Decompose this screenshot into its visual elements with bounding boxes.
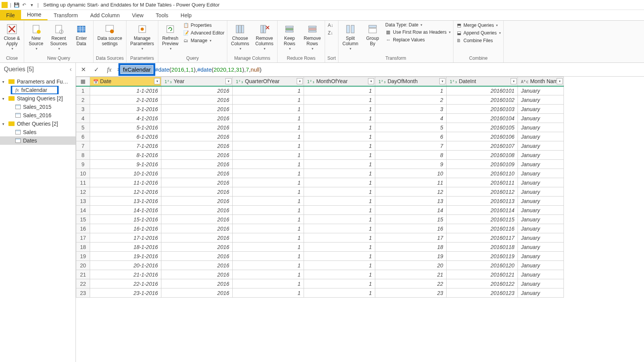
cell-monthofyear[interactable]: 1 [304,270,375,279]
cell-dateint[interactable]: 20160120 [447,261,518,270]
cell-quarterofyear[interactable]: 1 [233,288,304,298]
tab-add-column[interactable]: Add Column [84,10,126,20]
cell-monthofyear[interactable]: 1 [304,215,375,224]
row-number[interactable]: 15 [76,215,90,224]
cell-monthname[interactable]: January [518,197,564,206]
table-row[interactable]: 11-1-2016201611120160101January [76,86,564,95]
undo-icon[interactable]: ↶ [21,2,27,8]
cell-dayofmonth[interactable]: 7 [375,141,447,151]
cell-dateint[interactable]: 20160114 [447,206,518,215]
cell-quarterofyear[interactable]: 1 [233,279,304,288]
cell-monthofyear[interactable]: 1 [304,95,375,105]
cell-year[interactable]: 2016 [161,270,233,279]
cell-monthofyear[interactable]: 1 [304,151,375,160]
cell-quarterofyear[interactable]: 1 [233,252,304,261]
cell-dayofmonth[interactable]: 9 [375,160,447,169]
cell-dayofmonth[interactable]: 22 [375,279,447,288]
cell-monthname[interactable]: January [518,215,564,224]
cell-quarterofyear[interactable]: 1 [233,233,304,242]
cell-quarterofyear[interactable]: 1 [233,114,304,123]
cell-dayofmonth[interactable]: 18 [375,242,447,252]
cell-dayofmonth[interactable]: 8 [375,151,447,160]
cell-dateint[interactable]: 20160102 [447,95,518,105]
cell-dateint[interactable]: 20160109 [447,160,518,169]
cell-dayofmonth[interactable]: 15 [375,215,447,224]
tree-item-fxcalendar[interactable]: fxfxCalendar [0,86,76,94]
cell-dateint[interactable]: 20160111 [447,178,518,187]
cell-monthofyear[interactable]: 1 [304,160,375,169]
cell-monthname[interactable]: January [518,233,564,242]
formula-input[interactable]: = fxCalendar ( #date( 2016, 1, 1), #date… [117,66,261,74]
cell-quarterofyear[interactable]: 1 [233,242,304,252]
cell-dateint[interactable]: 20160119 [447,252,518,261]
first-row-headers-button[interactable]: ▦Use First Row as Headers▾ [385,29,451,35]
sort-desc-button[interactable]: Z↓ [327,30,334,36]
cell-year[interactable]: 2016 [161,215,233,224]
cell-monthname[interactable]: January [518,151,564,160]
cell-year[interactable]: 2016 [161,151,233,160]
cell-dateint[interactable]: 20160107 [447,141,518,151]
table-row[interactable]: 44-1-2016201611420160104January [76,114,564,123]
table-row[interactable]: 1010-1-20162016111020160110January [76,169,564,178]
cell-monthofyear[interactable]: 1 [304,132,375,141]
table-row[interactable]: 66-1-2016201611620160106January [76,132,564,141]
table-row[interactable]: 1313-1-20162016111320160113January [76,197,564,206]
cell-monthofyear[interactable]: 1 [304,123,375,132]
cell-dateint[interactable]: 20160108 [447,151,518,160]
merge-queries-button[interactable]: ⬒Merge Queries▾ [456,22,501,28]
filter-dropdown-icon[interactable]: ▾ [557,78,563,84]
cell-year[interactable]: 2016 [161,114,233,123]
row-number[interactable]: 20 [76,261,90,270]
table-row[interactable]: 1818-1-20162016111820160118January [76,242,564,252]
cell-date[interactable]: 1-1-2016 [90,86,161,95]
cell-date[interactable]: 17-1-2016 [90,233,161,242]
row-number[interactable]: 19 [76,252,90,261]
column-header-year[interactable]: 1²₃Year▾ [161,77,233,86]
row-number[interactable]: 12 [76,187,90,197]
cell-dateint[interactable]: 20160112 [447,187,518,197]
row-number[interactable]: 7 [76,141,90,151]
cell-monthofyear[interactable]: 1 [304,105,375,114]
cell-quarterofyear[interactable]: 1 [233,132,304,141]
cell-date[interactable]: 10-1-2016 [90,169,161,178]
cell-quarterofyear[interactable]: 1 [233,206,304,215]
cell-dateint[interactable]: 20160115 [447,215,518,224]
column-header-dateint[interactable]: 1²₃DateInt▾ [447,77,518,86]
table-row[interactable]: 55-1-2016201611520160105January [76,123,564,132]
cell-dayofmonth[interactable]: 10 [375,169,447,178]
cell-date[interactable]: 4-1-2016 [90,114,161,123]
cell-date[interactable]: 8-1-2016 [90,151,161,160]
cell-quarterofyear[interactable]: 1 [233,105,304,114]
table-row[interactable]: 2323-1-20162016112320160123January [76,288,564,298]
cell-monthname[interactable]: January [518,224,564,233]
cell-date[interactable]: 2-1-2016 [90,95,161,105]
cell-date[interactable]: 16-1-2016 [90,224,161,233]
cell-quarterofyear[interactable]: 1 [233,160,304,169]
table-row[interactable]: 1515-1-20162016111520160115January [76,215,564,224]
table-row[interactable]: 1111-1-20162016111120160111January [76,178,564,187]
row-number[interactable]: 14 [76,206,90,215]
table-row[interactable]: 33-1-2016201611320160103January [76,105,564,114]
cell-dayofmonth[interactable]: 17 [375,233,447,242]
cell-monthofyear[interactable]: 1 [304,288,375,298]
row-number[interactable]: 11 [76,178,90,187]
tab-transform[interactable]: Transform [48,10,84,20]
cell-quarterofyear[interactable]: 1 [233,178,304,187]
cell-date[interactable]: 11-1-2016 [90,178,161,187]
cell-monthname[interactable]: January [518,160,564,169]
cell-year[interactable]: 2016 [161,105,233,114]
cell-date[interactable]: 18-1-2016 [90,242,161,252]
cell-date[interactable]: 13-1-2016 [90,197,161,206]
table-row[interactable]: 2222-1-20162016112220160122January [76,279,564,288]
filter-dropdown-icon[interactable]: ▾ [511,78,517,84]
cell-date[interactable]: 15-1-2016 [90,215,161,224]
cell-year[interactable]: 2016 [161,197,233,206]
cell-monthname[interactable]: January [518,105,564,114]
tree-item-dates[interactable]: Dates [0,136,76,145]
close-apply-button[interactable]: Close & Apply▾ [2,22,21,51]
cell-monthofyear[interactable]: 1 [304,169,375,178]
cell-year[interactable]: 2016 [161,261,233,270]
cell-year[interactable]: 2016 [161,178,233,187]
cell-year[interactable]: 2016 [161,187,233,197]
table-row[interactable]: 1717-1-20162016111720160117January [76,233,564,242]
